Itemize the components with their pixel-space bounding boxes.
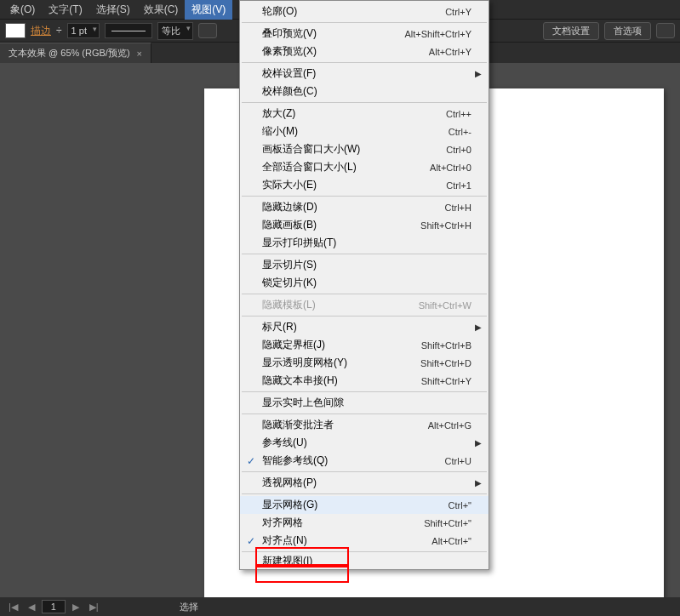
menu-smart-guides[interactable]: ✓智能参考线(Q)Ctrl+U xyxy=(240,452,489,470)
last-page-icon[interactable]: ▶| xyxy=(86,602,102,613)
menu-perspective-grid[interactable]: 透视网格(P)▶ xyxy=(240,474,489,492)
menu-new-view[interactable]: 新建视图(I) xyxy=(240,554,489,568)
selection-label: 选择 xyxy=(180,601,198,613)
doc-setup-button[interactable]: 文档设置 xyxy=(543,22,599,40)
chevron-right-icon: ▶ xyxy=(475,478,482,488)
check-icon: ✓ xyxy=(247,535,255,547)
chevron-right-icon: ▶ xyxy=(475,438,482,448)
page-input[interactable] xyxy=(42,600,66,613)
menu-zoom-in[interactable]: 放大(Z)Ctrl++ xyxy=(240,105,489,123)
check-icon: ✓ xyxy=(247,455,255,467)
next-page-icon[interactable]: ▶ xyxy=(69,602,83,613)
menu-object[interactable]: 象(O) xyxy=(3,0,42,20)
dash-dropdown[interactable]: 等比 xyxy=(157,22,193,40)
first-page-icon[interactable]: |◀ xyxy=(5,602,21,613)
statusbar: |◀ ◀ ▶ ▶| 选择 xyxy=(0,597,680,616)
stroke-label[interactable]: 描边 xyxy=(31,24,51,38)
menu-select[interactable]: 选择(S) xyxy=(89,0,137,20)
tab-title: 文本效果 @ 65% (RGB/预览) xyxy=(9,47,130,60)
menu-show-print-tiling[interactable]: 显示打印拼贴(T) xyxy=(240,234,489,252)
prefs-button[interactable]: 首选项 xyxy=(604,22,651,40)
menu-lock-slices[interactable]: 锁定切片(K) xyxy=(240,274,489,292)
menu-rulers[interactable]: 标尺(R)▶ xyxy=(240,318,489,336)
menu-effect[interactable]: 效果(C) xyxy=(137,0,186,20)
menu-show-slices[interactable]: 显示切片(S) xyxy=(240,256,489,274)
menu-pixel-preview[interactable]: 像素预览(X)Alt+Ctrl+Y xyxy=(240,43,489,60)
chevron-right-icon: ▶ xyxy=(475,69,482,78)
menu-hide-text-threads[interactable]: 隐藏文本串接(H)Shift+Ctrl+Y xyxy=(240,372,489,390)
page-navigator: |◀ ◀ ▶ ▶| xyxy=(5,600,102,613)
menu-proof-colors[interactable]: 校样颜色(C) xyxy=(240,83,489,100)
menu-hide-bbox[interactable]: 隐藏定界框(J)Shift+Ctrl+B xyxy=(240,336,489,354)
menu-show-grid[interactable]: 显示网格(G)Ctrl+" xyxy=(240,496,489,514)
document-tab[interactable]: 文本效果 @ 65% (RGB/预览) × xyxy=(0,43,151,63)
close-icon[interactable]: × xyxy=(137,48,142,59)
menu-fit-artboard[interactable]: 画板适合窗口大小(W)Ctrl+0 xyxy=(240,140,489,158)
menu-proof-setup[interactable]: 校样设置(F)▶ xyxy=(240,65,489,83)
opacity-icon[interactable] xyxy=(198,23,217,38)
menu-guides[interactable]: 参考线(U)▶ xyxy=(240,434,489,452)
stroke-width-dropdown[interactable]: 1 pt xyxy=(67,23,100,38)
menu-snap-to-grid[interactable]: 对齐网格Shift+Ctrl+" xyxy=(240,514,489,532)
chevron-right-icon: ▶ xyxy=(475,322,482,332)
stroke-sample[interactable] xyxy=(105,23,152,38)
prev-page-icon[interactable]: ◀ xyxy=(25,602,38,613)
menu-snap-to-point[interactable]: ✓对齐点(N)Alt+Ctrl+" xyxy=(240,532,489,550)
menu-hide-artboards[interactable]: 隐藏画板(B)Shift+Ctrl+H xyxy=(240,216,489,234)
menu-show-transparency-grid[interactable]: 显示透明度网格(Y)Shift+Ctrl+D xyxy=(240,354,489,372)
menu-hide-template: 隐藏模板(L)Shift+Ctrl+W xyxy=(240,296,489,314)
menu-hide-gradient-annotator[interactable]: 隐藏渐变批注者Alt+Ctrl+G xyxy=(240,416,489,434)
menu-text[interactable]: 文字(T) xyxy=(42,0,89,20)
menu-hide-edges[interactable]: 隐藏边缘(D)Ctrl+H xyxy=(240,198,489,216)
menu-zoom-out[interactable]: 缩小(M)Ctrl+- xyxy=(240,123,489,140)
panel-menu-icon[interactable] xyxy=(656,23,675,38)
menu-show-live-paint-gaps[interactable]: 显示实时上色间隙 xyxy=(240,394,489,412)
menu-fit-all[interactable]: 全部适合窗口大小(L)Alt+Ctrl+0 xyxy=(240,158,489,176)
menu-outline[interactable]: 轮廓(O)Ctrl+Y xyxy=(240,3,489,20)
fill-swatch[interactable] xyxy=(5,23,26,38)
menu-view[interactable]: 视图(V) xyxy=(185,0,232,20)
menu-actual-size[interactable]: 实际大小(E)Ctrl+1 xyxy=(240,176,489,194)
view-menu-dropdown: 轮廓(O)Ctrl+Y 叠印预览(V)Alt+Shift+Ctrl+Y 像素预览… xyxy=(239,0,489,570)
menu-overprint-preview[interactable]: 叠印预览(V)Alt+Shift+Ctrl+Y xyxy=(240,25,489,43)
